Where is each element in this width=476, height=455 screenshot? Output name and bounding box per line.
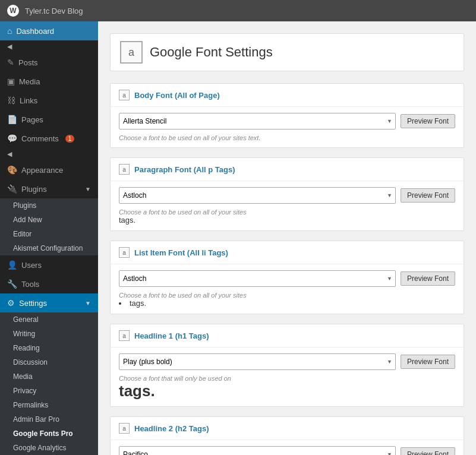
sidebar-item-pages-label: Pages (21, 115, 43, 124)
submenu-general[interactable]: General (0, 312, 98, 327)
preview-font-button-1[interactable]: Preview Font (401, 188, 455, 203)
font-select-wrapper-4: Pacifico (119, 446, 396, 455)
submenu-editor[interactable]: Editor (0, 227, 98, 241)
preview-font-button-4[interactable]: Preview Font (401, 447, 455, 455)
font-sections: a Body Font (All of Page) Allerta Stenci… (110, 83, 464, 455)
submenu-google-analytics[interactable]: Google Analytics (0, 441, 98, 455)
submenu-add-new[interactable]: Add New (0, 213, 98, 227)
sidebar-item-comments[interactable]: 💬 Comments 1 (0, 129, 98, 148)
sidebar-item-posts-label: Posts (18, 58, 38, 67)
sidebar-item-media[interactable]: ▣ Media (0, 72, 98, 91)
submenu-discussion[interactable]: Discussion (0, 355, 98, 369)
font-select-3[interactable]: Play (plus bold) (119, 353, 396, 370)
plugins-icon: 🔌 (7, 184, 17, 194)
top-bar: W Tyler.tc Dev Blog (0, 0, 476, 21)
sidebar-item-links-label: Links (20, 96, 37, 105)
font-section-header-0: a Body Font (All of Page) (111, 84, 464, 107)
font-section-icon-1: a (119, 164, 130, 175)
font-section-body-0: Allerta Stencil Preview Font Choose a fo… (111, 107, 464, 147)
font-section-header-3: a Headline 1 (h1 Tags) (111, 324, 464, 347)
sidebar-item-media-label: Media (19, 77, 40, 86)
font-select-4[interactable]: Pacifico (119, 446, 396, 455)
submenu-media[interactable]: Media (0, 369, 98, 384)
submenu-akismet[interactable]: Akismet Configuration (0, 241, 98, 255)
sidebar-item-tools-label: Tools (21, 280, 39, 289)
submenu-admin-bar-pro[interactable]: Admin Bar Pro (0, 412, 98, 426)
font-section-3: a Headline 1 (h1 Tags) Play (plus bold) … (110, 324, 464, 407)
font-section-title-4: Headline 2 (h2 Tags) (134, 424, 209, 433)
font-section-title-0: Body Font (All of Page) (134, 91, 220, 100)
sidebar-item-posts[interactable]: ✎ Posts (0, 53, 98, 72)
sidebar-item-pages[interactable]: 📄 Pages (0, 110, 98, 129)
sidebar-item-links[interactable]: ⛓ Links (0, 91, 98, 110)
sidebar-item-dashboard-label: Dashboard (16, 27, 54, 36)
sidebar: ⌂ Dashboard ◀ ✎ Posts ▣ Media ⛓ Links 📄 … (0, 21, 98, 455)
submenu-google-fonts-pro[interactable]: Google Fonts Pro (0, 426, 98, 441)
page-header: a Google Font Settings (110, 33, 464, 71)
comments-icon: 💬 (7, 134, 17, 143)
font-section-icon-0: a (119, 90, 130, 100)
settings-arrow: ▼ (85, 300, 91, 307)
font-controls-3: Play (plus bold) Preview Font (119, 353, 455, 370)
font-select-wrapper-1: Astloch (119, 187, 396, 204)
font-section-body-2: Astloch Preview Font Choose a font to be… (111, 264, 464, 314)
font-section-title-1: Paragraph Font (All p Tags) (134, 165, 235, 174)
font-section-4: a Headline 2 (h2 Tags) Pacifico Preview … (110, 416, 464, 455)
site-title: Tyler.tc Dev Blog (25, 7, 83, 15)
comments-badge: 1 (65, 135, 75, 143)
sidebar-item-users-label: Users (21, 261, 42, 270)
sidebar-collapse-1[interactable]: ◀ (0, 40, 98, 53)
preview-font-button-0[interactable]: Preview Font (401, 114, 455, 128)
font-controls-0: Allerta Stencil Preview Font (119, 113, 455, 129)
tools-icon: 🔧 (7, 279, 17, 289)
settings-icon: ⚙ (7, 298, 15, 308)
sidebar-item-tools[interactable]: 🔧 Tools (0, 274, 98, 293)
font-section-1: a Paragraph Font (All p Tags) Astloch Pr… (110, 157, 464, 231)
font-section-header-4: a Headline 2 (h2 Tags) (111, 417, 464, 440)
sidebar-collapse-2[interactable]: ◀ (0, 148, 98, 160)
font-hint-3: Choose a font that will only be used on (119, 375, 455, 382)
media-icon: ▣ (7, 77, 15, 86)
plugins-submenu: Plugins Add New Editor Akismet Configura… (0, 198, 98, 255)
font-section-title-3: Headline 1 (h1 Tags) (134, 331, 209, 340)
sidebar-item-comments-label: Comments (21, 134, 59, 143)
font-select-wrapper-2: Astloch (119, 270, 396, 287)
font-section-header-1: a Paragraph Font (All p Tags) (111, 158, 464, 181)
wp-logo: W (7, 5, 19, 17)
font-section-icon-2: a (119, 247, 130, 258)
page-icon-letter: a (128, 46, 134, 59)
font-select-0[interactable]: Allerta Stencil (119, 113, 396, 129)
sidebar-item-users[interactable]: 👤 Users (0, 255, 98, 274)
font-section-title-2: List Item Font (All li Tags) (134, 248, 228, 257)
page-title: Google Font Settings (150, 45, 273, 60)
preview-font-button-2[interactable]: Preview Font (401, 271, 455, 286)
submenu-privacy[interactable]: Privacy (0, 384, 98, 398)
submenu-writing[interactable]: Writing (0, 327, 98, 341)
preview-font-button-3[interactable]: Preview Font (401, 355, 455, 369)
posts-icon: ✎ (7, 58, 14, 67)
font-hint-1: Choose a font to be used on all of your … (119, 208, 455, 216)
links-icon: ⛓ (7, 96, 15, 105)
font-select-1[interactable]: Astloch (119, 187, 396, 204)
font-select-wrapper-3: Play (plus bold) (119, 353, 396, 370)
font-section-body-3: Play (plus bold) Preview Font Choose a f… (111, 347, 464, 406)
sidebar-item-dashboard[interactable]: ⌂ Dashboard (0, 21, 98, 40)
font-section-icon-3: a (119, 330, 130, 341)
main-content: a Google Font Settings a Body Font (All … (98, 21, 476, 455)
sidebar-item-appearance[interactable]: 🎨 Appearance (0, 160, 98, 179)
font-section-0: a Body Font (All of Page) Allerta Stenci… (110, 83, 464, 148)
sidebar-item-plugins[interactable]: 🔌 Plugins ▼ (0, 179, 98, 198)
submenu-plugins[interactable]: Plugins (0, 198, 98, 213)
font-section-2: a List Item Font (All li Tags) Astloch P… (110, 241, 464, 314)
font-hint-0: Choose a font to be used on all of your … (119, 134, 455, 141)
submenu-permalinks[interactable]: Permalinks (0, 398, 98, 412)
sidebar-item-settings[interactable]: ⚙ Settings ▼ (0, 293, 98, 312)
sidebar-item-plugins-label: Plugins (21, 185, 47, 194)
font-select-wrapper-0: Allerta Stencil (119, 113, 396, 129)
users-icon: 👤 (7, 260, 17, 270)
font-hint-2: Choose a font to be used on all of your … (119, 292, 455, 299)
settings-submenu: General Writing Reading Discussion Media… (0, 312, 98, 455)
page-header-icon: a (120, 41, 143, 64)
submenu-reading[interactable]: Reading (0, 341, 98, 355)
font-select-2[interactable]: Astloch (119, 270, 396, 287)
